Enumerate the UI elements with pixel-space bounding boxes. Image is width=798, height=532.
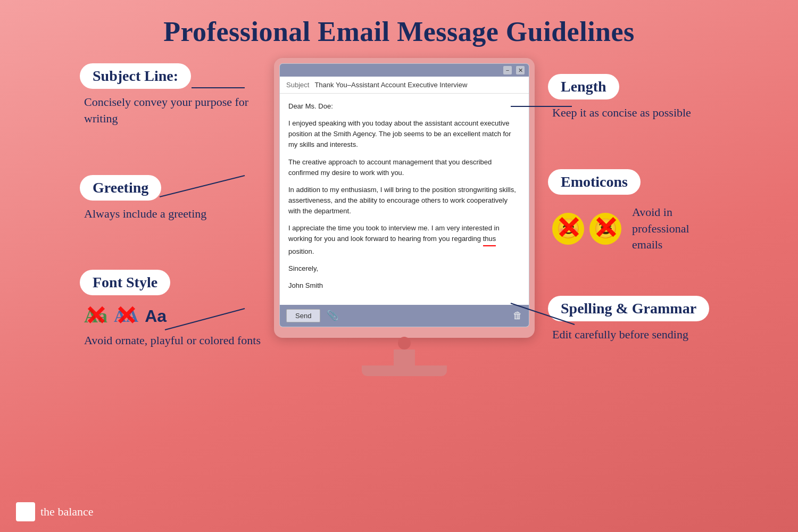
ornate-cross: ✕ [85,303,107,329]
spelling-grammar-label: Spelling & Grammar [561,300,696,317]
greeting-label: Greeting [93,179,148,196]
subject-line-item: Subject Line: Concisely convey your purp… [80,63,261,127]
subject-value: Thank You–Assistant Account Executive In… [314,81,467,89]
emoticons-item: Emoticons 😊 ✕ 😉 ✕ Avoid in professional … [548,169,718,259]
spelling-grammar-description: Edit carefully before sending [548,327,718,343]
main-layout: Subject Line: Concisely convey your purp… [0,58,798,376]
spelling-grammar-label-box: Spelling & Grammar [548,296,709,321]
font-style-label-box: Font Style [80,270,170,295]
emoticons-label-box: Emoticons [548,169,641,195]
email-paragraph-3: In addition to my enthusiasm, I will bri… [288,185,520,217]
left-column: Subject Line: Concisely convey your purp… [80,58,261,365]
greeting-description: Always include a greeting [80,206,261,222]
attachment-icon[interactable]: 📎 [327,310,338,321]
email-window: − ✕ Subject Thank You–Assistant Account … [279,63,529,327]
delete-icon[interactable]: 🗑 [513,310,522,321]
subject-line-label-box: Subject Line: [80,63,191,89]
logo-area: the balance [16,502,94,521]
email-greeting: Dear Ms. Doe: [288,101,520,112]
monitor: − ✕ Subject Thank You–Assistant Account … [274,58,535,338]
right-column: Length Keep it as concise as possible Em… [548,58,718,359]
normal-font-text: Aa [145,306,167,326]
emoticons-description: Avoid in professional emails [632,204,718,253]
logo-icon [16,502,35,521]
email-titlebar: − ✕ [280,64,529,77]
font-style-description: Avoid ornate, playful or colored fonts [80,332,261,349]
font-style-item: Font Style Aa ✕ AA ✕ Aa [80,270,261,349]
email-subject-bar: Subject Thank You–Assistant Account Exec… [280,77,529,94]
subject-label: Subject [286,81,309,89]
email-paragraph-2: The creative approach to account managem… [288,157,520,178]
minimize-button[interactable]: − [503,66,512,74]
wink-face-wrapper: 😉 ✕ [589,213,621,245]
playful-cross: ✕ [115,303,137,329]
subject-line-description: Concisely convey your purpose for writin… [80,94,261,127]
emoticons-label: Emoticons [561,173,628,190]
email-name: John Smith [288,280,520,291]
spelling-grammar-item: Spelling & Grammar Edit carefully before… [548,296,718,343]
font-icons: Aa ✕ AA ✕ Aa [84,305,261,327]
monitor-neck [394,350,415,365]
monitor-base [362,365,447,376]
smiley-cross: ✕ [555,213,581,244]
email-paragraph-1: I enjoyed speaking with you today about … [288,118,520,150]
send-button[interactable]: Send [286,309,320,322]
playful-font-icon: AA ✕ [114,306,138,326]
length-item: Length Keep it as concise as possible [548,74,718,121]
email-bottom-toolbar: Send 📎 🗑 [280,305,529,327]
greeting-label-box: Greeting [80,175,161,201]
font-style-label: Font Style [93,274,157,290]
svg-rect-6 [19,506,27,510]
email-paragraph-4: I appreciate the time you took to interv… [288,223,520,256]
ornate-font-icon: Aa ✕ [84,305,107,327]
emoticon-area: 😊 ✕ 😉 ✕ Avoid in professional emails [552,204,718,253]
length-label: Length [561,78,606,95]
greeting-item: Greeting Always include a greeting [80,175,261,222]
smiley-face-wrapper: 😊 ✕ [552,213,584,245]
page-wrapper: Professional Email Message Guidelines Su… [0,0,798,532]
wink-cross: ✕ [593,213,619,244]
email-closing: Sincerely, [288,263,520,274]
length-label-box: Length [548,74,619,99]
length-description: Keep it as concise as possible [548,105,718,121]
svg-rect-7 [19,512,28,516]
center-column: − ✕ Subject Thank You–Assistant Account … [271,58,537,376]
misspelled-word: thus [483,234,496,246]
subject-line-label: Subject Line: [93,68,178,84]
email-body: Dear Ms. Doe: I enjoyed speaking with yo… [280,94,529,305]
page-title: Professional Email Message Guidelines [0,0,798,47]
logo-text: the balance [40,505,94,519]
normal-font-icon: Aa [145,306,167,326]
close-button[interactable]: ✕ [516,66,525,74]
monitor-button [398,337,411,350]
